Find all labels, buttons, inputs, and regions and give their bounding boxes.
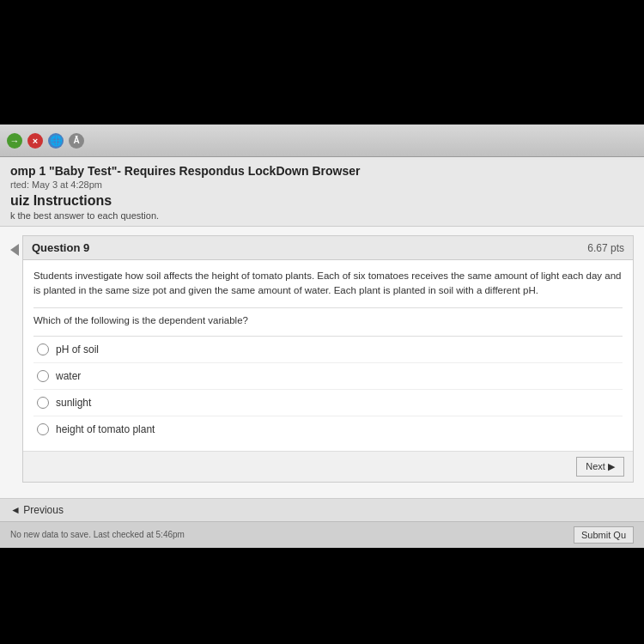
browser-chrome: → × 🌐 Ā: [0, 125, 644, 157]
question-number: Question 9: [32, 241, 89, 254]
answer-label-4: height of tomato plant: [56, 423, 155, 435]
radio-button-3[interactable]: [37, 397, 49, 409]
answer-option-2[interactable]: water: [33, 362, 623, 389]
page-subtitle: rted: May 3 at 4:28pm: [10, 179, 634, 190]
previous-link[interactable]: ◄ Previous: [10, 504, 64, 516]
bottom-bar: ◄ Previous: [0, 498, 644, 521]
browser-close-button[interactable]: ×: [27, 133, 43, 149]
submit-button[interactable]: Submit Qu: [574, 526, 634, 544]
quiz-area: Question 9 6.67 pts Students investigate…: [0, 227, 644, 498]
question-arrow: [10, 235, 19, 256]
question-box: Question 9 6.67 pts Students investigate…: [22, 235, 634, 483]
browser-globe-button[interactable]: 🌐: [48, 133, 64, 149]
status-bar: No new data to save. Last checked at 5:4…: [0, 521, 644, 548]
answer-options: pH of soil water sunlight height of toma…: [33, 336, 623, 442]
page-title: omp 1 "Baby Test"- Requires Respondus Lo…: [10, 164, 634, 178]
question-body: Students investigate how soil affects th…: [23, 260, 633, 451]
top-black-area: [0, 0, 644, 125]
status-text: No new data to save. Last checked at 5:4…: [10, 530, 185, 539]
instructions-text: k the best answer to each question.: [10, 210, 634, 221]
section-heading: uiz Instructions: [10, 193, 634, 209]
next-nav-area: Next ▶: [23, 451, 633, 482]
question-header: Question 9 6.67 pts: [23, 236, 633, 260]
question-prompt: Which of the following is the dependent …: [33, 307, 623, 325]
question-points: 6.67 pts: [587, 242, 624, 254]
radio-button-4[interactable]: [37, 423, 49, 435]
answer-option-4[interactable]: height of tomato plant: [33, 416, 623, 442]
question-body-text: Students investigate how soil affects th…: [33, 269, 623, 299]
radio-button-2[interactable]: [37, 370, 49, 382]
radio-button-1[interactable]: [37, 343, 49, 355]
answer-option-3[interactable]: sunlight: [33, 389, 623, 416]
answer-label-2: water: [56, 370, 81, 382]
answer-option-1[interactable]: pH of soil: [33, 336, 623, 362]
answer-label-1: pH of soil: [56, 343, 99, 355]
page-header: omp 1 "Baby Test"- Requires Respondus Lo…: [0, 157, 644, 227]
next-button[interactable]: Next ▶: [576, 457, 624, 477]
answer-label-3: sunlight: [56, 397, 91, 409]
browser-a-button[interactable]: Ā: [69, 133, 84, 149]
browser-back-button[interactable]: →: [7, 133, 22, 149]
